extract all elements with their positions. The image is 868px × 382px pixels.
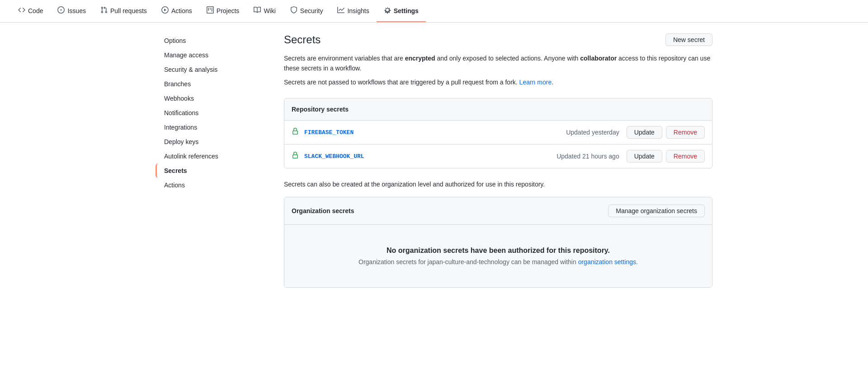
sidebar-item-actions[interactable]: Actions — [156, 178, 273, 192]
sidebar: Options Manage access Security & analysi… — [156, 33, 273, 298]
lock-icon-slack — [292, 152, 299, 161]
secret-row-firebase: FIREBASE_TOKEN Updated yesterday Update … — [284, 121, 712, 144]
nav-insights[interactable]: Insights — [330, 0, 376, 22]
actions-icon — [161, 6, 169, 15]
nav-security[interactable]: Security — [283, 0, 330, 22]
nav-settings[interactable]: Settings — [377, 0, 426, 22]
new-secret-button[interactable]: New secret — [665, 33, 712, 46]
remove-slack-button[interactable]: Remove — [666, 150, 705, 163]
nav-projects-label: Projects — [217, 7, 240, 14]
secret-updated-firebase: Updated yesterday — [566, 129, 619, 136]
nav-projects[interactable]: Projects — [199, 0, 247, 22]
nav-settings-label: Settings — [394, 7, 419, 14]
nav-issues-label: Issues — [67, 7, 85, 14]
nav-code[interactable]: Code — [11, 0, 50, 22]
settings-icon — [384, 6, 391, 15]
description-2: Secrets are not passed to workflows that… — [284, 77, 712, 87]
secret-actions-slack: Update Remove — [627, 150, 705, 163]
update-slack-button[interactable]: Update — [627, 150, 662, 163]
nav-issues[interactable]: Issues — [50, 0, 93, 22]
nav-pull-requests[interactable]: Pull requests — [93, 0, 154, 22]
nav-pr-label: Pull requests — [110, 7, 147, 14]
description-1: Secrets are environment variables that a… — [284, 53, 712, 74]
repo-secrets-title: Repository secrets — [292, 106, 349, 113]
sidebar-item-branches[interactable]: Branches — [156, 77, 273, 91]
nav-wiki[interactable]: Wiki — [246, 0, 283, 22]
secret-updated-slack: Updated 21 hours ago — [557, 153, 619, 160]
sidebar-item-manage-access[interactable]: Manage access — [156, 48, 273, 62]
org-secrets-empty-state: No organization secrets have been author… — [284, 225, 712, 287]
sidebar-item-integrations[interactable]: Integrations — [156, 120, 273, 135]
sidebar-item-security-analysis[interactable]: Security & analysis — [156, 62, 273, 77]
sidebar-item-secrets[interactable]: Secrets — [156, 163, 273, 178]
secret-actions-firebase: Update Remove — [627, 126, 705, 139]
nav-actions-label: Actions — [171, 7, 192, 14]
nav-insights-label: Insights — [347, 7, 369, 14]
projects-icon — [207, 6, 214, 15]
security-nav-icon — [290, 6, 297, 15]
page-header: Secrets New secret — [284, 33, 712, 46]
pr-icon — [100, 6, 108, 15]
org-secrets-title: Organization secrets — [292, 207, 354, 214]
secret-name-slack: SLACK_WEBHOOK_URL — [304, 153, 557, 160]
sidebar-item-deploy-keys[interactable]: Deploy keys — [156, 135, 273, 149]
page-layout: Options Manage access Security & analysi… — [145, 23, 723, 309]
org-note: Secrets can also be created at the organ… — [284, 179, 712, 189]
sidebar-item-options[interactable]: Options — [156, 33, 273, 48]
code-icon — [18, 6, 25, 15]
nav-code-label: Code — [28, 7, 43, 14]
nav-wiki-label: Wiki — [264, 7, 275, 14]
sidebar-item-webhooks[interactable]: Webhooks — [156, 91, 273, 106]
org-empty-subtitle: Organization secrets for japan-culture-a… — [292, 258, 705, 266]
sidebar-item-autolink[interactable]: Autolink references — [156, 149, 273, 163]
learn-more-link[interactable]: Learn more — [519, 79, 552, 86]
manage-org-secrets-button[interactable]: Manage organization secrets — [608, 205, 705, 217]
nav-actions[interactable]: Actions — [154, 0, 199, 22]
sidebar-item-notifications[interactable]: Notifications — [156, 106, 273, 120]
org-secrets-header: Organization secrets Manage organization… — [284, 197, 712, 225]
nav-security-label: Security — [300, 7, 323, 14]
wiki-icon — [254, 6, 261, 15]
org-settings-link[interactable]: organization settings — [578, 258, 636, 266]
main-content: Secrets New secret Secrets are environme… — [284, 33, 712, 298]
update-firebase-button[interactable]: Update — [627, 126, 662, 139]
top-nav: Code Issues Pull requests Actions Projec… — [0, 0, 868, 23]
secret-row-slack: SLACK_WEBHOOK_URL Updated 21 hours ago U… — [284, 144, 712, 168]
secret-name-firebase: FIREBASE_TOKEN — [304, 129, 566, 136]
repo-secrets-header: Repository secrets — [284, 98, 712, 121]
org-secrets-box: Organization secrets Manage organization… — [284, 197, 712, 288]
page-title: Secrets — [284, 33, 321, 46]
lock-icon-firebase — [292, 128, 299, 137]
org-empty-title: No organization secrets have been author… — [292, 247, 705, 255]
issue-icon — [57, 6, 65, 15]
remove-firebase-button[interactable]: Remove — [666, 126, 705, 139]
repository-secrets-box: Repository secrets FIREBASE_TOKEN Update… — [284, 98, 712, 168]
insights-icon — [337, 6, 344, 15]
